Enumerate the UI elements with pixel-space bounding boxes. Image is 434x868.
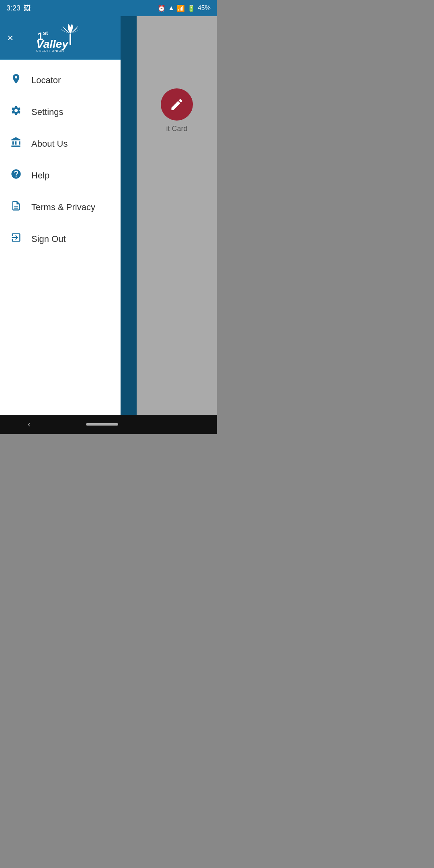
navigation-drawer: × 1 st Valley bbox=[0, 16, 121, 415]
home-pill[interactable] bbox=[86, 423, 118, 426]
status-right: ⏰ ▲ 📶 🔋 45% bbox=[158, 4, 211, 12]
drawer-header: × 1 st Valley bbox=[0, 16, 121, 60]
battery-icon: 🔋 bbox=[187, 4, 195, 12]
time-display: 3:23 bbox=[6, 4, 20, 12]
menu-item-signout[interactable]: Sign Out bbox=[0, 223, 121, 255]
navigation-bar: ‹ bbox=[0, 415, 217, 434]
app-logo: 1 st Valley CREDIT UNION bbox=[34, 24, 86, 52]
location-icon bbox=[10, 73, 23, 87]
battery-percent: 45% bbox=[198, 4, 211, 12]
signout-label: Sign Out bbox=[31, 234, 66, 244]
terms-label: Terms & Privacy bbox=[31, 202, 95, 213]
signal-icon: 📶 bbox=[177, 4, 185, 12]
about-label: About Us bbox=[31, 139, 68, 149]
locator-label: Locator bbox=[31, 75, 61, 86]
settings-label: Settings bbox=[31, 107, 63, 117]
photo-icon: 🖼 bbox=[24, 4, 31, 12]
svg-rect-0 bbox=[70, 34, 71, 45]
menu-item-help[interactable]: Help bbox=[0, 160, 121, 191]
settings-icon bbox=[10, 105, 23, 119]
right-background: it Card bbox=[137, 16, 217, 415]
menu-item-settings[interactable]: Settings bbox=[0, 96, 121, 128]
about-icon bbox=[10, 137, 23, 151]
svg-text:Valley: Valley bbox=[36, 38, 69, 50]
credit-card-label: it Card bbox=[166, 125, 187, 133]
menu-list: Locator Settings About Us bbox=[0, 60, 121, 415]
edit-fab-button[interactable] bbox=[161, 88, 193, 121]
wifi-icon: ▲ bbox=[168, 4, 174, 12]
close-button[interactable]: × bbox=[7, 32, 13, 44]
terms-icon bbox=[10, 200, 23, 214]
svg-text:CREDIT UNION: CREDIT UNION bbox=[36, 49, 64, 52]
status-bar: 3:23 🖼 ⏰ ▲ 📶 🔋 45% bbox=[0, 0, 217, 16]
help-icon bbox=[10, 168, 23, 182]
back-button[interactable]: ‹ bbox=[28, 419, 31, 430]
svg-text:st: st bbox=[43, 30, 48, 36]
alarm-icon: ⏰ bbox=[158, 4, 166, 12]
add-button[interactable]: + bbox=[201, 22, 209, 37]
menu-item-locator[interactable]: Locator bbox=[0, 64, 121, 96]
menu-item-terms[interactable]: Terms & Privacy bbox=[0, 191, 121, 223]
menu-item-about[interactable]: About Us bbox=[0, 128, 121, 160]
status-left: 3:23 🖼 bbox=[6, 4, 31, 12]
help-label: Help bbox=[31, 170, 49, 181]
signout-icon bbox=[10, 232, 23, 246]
